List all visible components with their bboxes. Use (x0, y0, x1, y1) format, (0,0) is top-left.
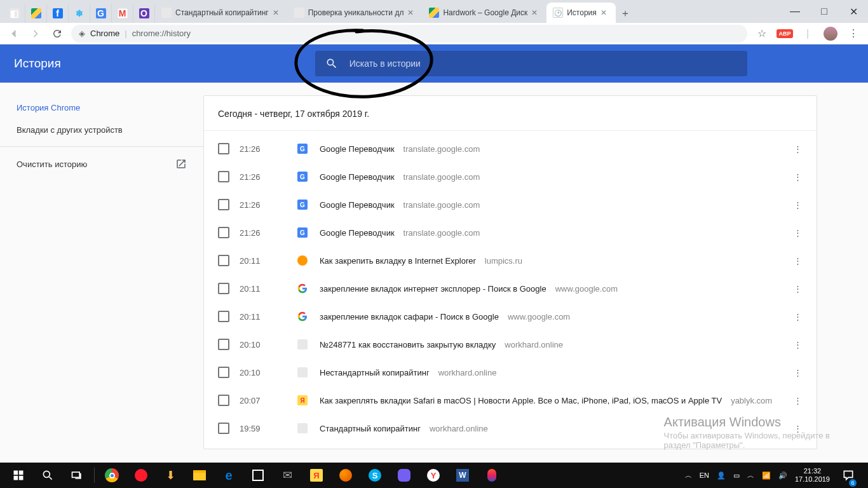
pinned-tab[interactable] (25, 4, 47, 23)
entry-favicon (297, 339, 308, 350)
sidebar-item[interactable]: История Chrome (0, 97, 203, 119)
history-entry[interactable]: 20:07 Я Как закреплять вкладки Safari в … (204, 386, 817, 414)
history-entry[interactable]: 20:11 закрепление вкладок интернет экспл… (204, 274, 817, 302)
taskbar-opera[interactable] (126, 463, 156, 488)
sidebar-divider (0, 146, 203, 147)
taskbar-chrome[interactable] (97, 463, 126, 488)
taskbar-word[interactable]: W (448, 463, 477, 488)
taskbar-firefox[interactable] (331, 463, 360, 488)
pinned-tab[interactable]: G (90, 4, 112, 23)
browser-tab[interactable]: Проверка уникальности дл✕ (288, 3, 423, 23)
entry-more-button[interactable]: ⋮ (790, 284, 805, 294)
entry-more-button[interactable]: ⋮ (790, 172, 805, 182)
pinned-tab[interactable]: ◧ (4, 4, 25, 23)
action-center-button[interactable] (837, 463, 859, 488)
history-entry[interactable]: 21:26 G Google Переводчик translate.goog… (204, 219, 817, 247)
taskbar-clock[interactable]: 21:32 17.10.2019 (795, 467, 830, 484)
entry-checkbox[interactable] (218, 227, 229, 238)
tray-wifi-icon[interactable]: 📶 (762, 471, 771, 480)
history-search-input[interactable] (349, 58, 737, 69)
entry-checkbox[interactable] (218, 255, 229, 266)
entry-title: Google Переводчик (320, 200, 395, 210)
entry-more-button[interactable]: ⋮ (790, 396, 805, 405)
taskbar-mail[interactable]: ✉ (273, 463, 302, 488)
tray-language[interactable]: EN (700, 471, 709, 479)
entry-checkbox[interactable] (218, 171, 229, 182)
omnibox[interactable]: ◈ Chrome | chrome://history (71, 25, 747, 43)
entry-more-button[interactable]: ⋮ (790, 368, 805, 377)
taskbar-store[interactable] (243, 463, 273, 488)
history-entry[interactable]: 20:10 №248771 как восстановить закрытую … (204, 330, 817, 358)
entry-checkbox[interactable] (218, 143, 229, 154)
entry-checkbox[interactable] (218, 339, 229, 350)
taskbar-yandex[interactable]: Я (302, 463, 331, 488)
entry-more-button[interactable]: ⋮ (790, 200, 805, 210)
profile-avatar[interactable] (822, 25, 839, 42)
history-search-box[interactable] (315, 51, 747, 76)
entry-checkbox[interactable] (218, 199, 229, 210)
entry-checkbox[interactable] (218, 311, 229, 322)
history-entry[interactable]: 21:26 G Google Переводчик translate.goog… (204, 191, 817, 219)
pinned-tab[interactable]: f (47, 4, 69, 23)
entry-domain: translate.google.com (403, 144, 480, 154)
tab-close-icon[interactable]: ✕ (273, 8, 281, 17)
history-entry[interactable]: 20:11 Как закрепить вкладку в Internet E… (204, 247, 817, 274)
entry-domain: translate.google.com (403, 200, 480, 210)
tray-expand-icon-2[interactable]: ︿ (747, 471, 754, 480)
taskbar-yabrowser[interactable]: Y (419, 463, 448, 488)
close-window-button[interactable]: ✕ (839, 0, 868, 23)
history-entry[interactable]: 21:26 G Google Переводчик translate.goog… (204, 163, 817, 191)
svg-rect-0 (14, 471, 18, 475)
tray-people-icon[interactable]: 👤 (717, 471, 726, 480)
entry-more-button[interactable]: ⋮ (790, 144, 805, 154)
taskbar-app[interactable] (477, 463, 506, 488)
system-tray[interactable]: ︿ EN 👤 ▭ ︿ 📶 🔊 21:32 17.10.2019 (685, 463, 864, 488)
reload-button[interactable] (50, 26, 65, 41)
maximize-button[interactable]: □ (810, 0, 839, 23)
clear-history-button[interactable]: Очистить историю (0, 152, 203, 176)
new-tab-button[interactable]: ＋ (616, 4, 635, 23)
chrome-menu-button[interactable]: ⋮ (845, 25, 862, 42)
entry-more-button[interactable]: ⋮ (790, 312, 805, 322)
taskbar-edge[interactable]: e (214, 463, 243, 488)
entry-checkbox[interactable] (218, 283, 229, 294)
history-entry[interactable]: 20:11 закрепление вкладок сафари - Поиск… (204, 302, 817, 330)
browser-tab[interactable]: 🕑История✕ (546, 3, 616, 23)
entry-checkbox[interactable] (218, 423, 229, 434)
history-entry[interactable]: 20:10 Нестандартный копирайтинг workhard… (204, 358, 817, 386)
history-entry[interactable]: 21:26 G Google Переводчик translate.goog… (204, 135, 817, 163)
entry-more-button[interactable]: ⋮ (790, 256, 805, 266)
entry-more-button[interactable]: ⋮ (790, 424, 805, 433)
entry-more-button[interactable]: ⋮ (790, 340, 805, 349)
abp-extension-icon[interactable]: ABP (776, 25, 793, 42)
taskbar-explorer[interactable] (185, 463, 214, 488)
site-info-icon[interactable]: ◈ (79, 29, 85, 38)
history-entry[interactable]: 19:59 Стандартный копирайтинг workhard.o… (204, 414, 817, 442)
tab-close-icon[interactable]: ✕ (531, 8, 540, 17)
browser-tab[interactable]: Стандартный копирайтинг✕ (155, 3, 288, 23)
tray-battery-icon[interactable]: ▭ (733, 471, 740, 480)
sidebar-item[interactable]: Вкладки с других устройств (0, 119, 203, 141)
minimize-button[interactable]: — (780, 0, 810, 23)
taskbar-downloads[interactable]: ⬇ (156, 463, 185, 488)
entry-checkbox[interactable] (218, 395, 229, 406)
back-button[interactable] (6, 26, 22, 41)
pinned-tab[interactable]: O (133, 4, 155, 23)
start-button[interactable] (4, 463, 33, 488)
tab-favicon (294, 8, 304, 18)
forward-button[interactable] (28, 26, 43, 41)
taskbar-skype[interactable]: S (360, 463, 390, 488)
entry-checkbox[interactable] (218, 367, 229, 378)
pinned-tab[interactable]: M (112, 4, 133, 23)
bookmark-star-icon[interactable]: ☆ (754, 25, 770, 42)
tray-volume-icon[interactable]: 🔊 (778, 471, 787, 480)
taskbar-viber[interactable] (390, 463, 419, 488)
tray-expand-icon[interactable]: ︿ (685, 471, 692, 480)
tab-close-icon[interactable]: ✕ (407, 8, 416, 17)
search-button[interactable] (33, 463, 62, 488)
task-view-button[interactable] (62, 463, 92, 488)
pinned-tab[interactable]: ❄ (69, 4, 90, 23)
tab-close-icon[interactable]: ✕ (600, 8, 609, 17)
entry-more-button[interactable]: ⋮ (790, 228, 805, 238)
browser-tab[interactable]: Hardwork – Google Диск✕ (423, 3, 546, 23)
